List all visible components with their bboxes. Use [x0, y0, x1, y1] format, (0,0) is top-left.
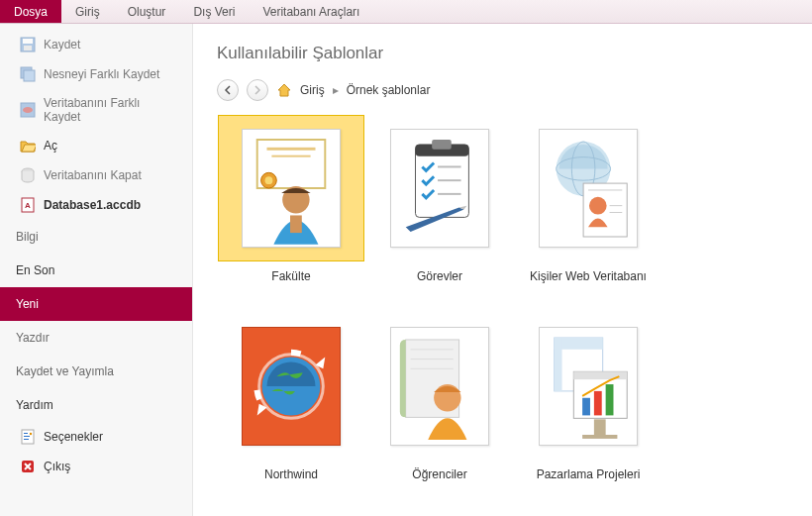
template-label: Northwind: [264, 467, 318, 481]
faculty-icon: [243, 129, 340, 248]
save-db-icon: [20, 102, 36, 118]
svg-rect-50: [594, 391, 602, 416]
breadcrumb-home[interactable]: Giriş: [300, 83, 325, 97]
accdb-icon: A: [20, 197, 36, 213]
save-icon: [20, 37, 36, 52]
students-icon: [391, 327, 488, 446]
sidebar-label: Veritabanını Farklı Kaydet: [44, 96, 180, 124]
svg-rect-51: [606, 384, 614, 415]
svg-rect-18: [271, 155, 310, 157]
sidebar-open[interactable]: Aç: [0, 131, 192, 160]
template-grid: Fakülte: [217, 115, 788, 516]
page-title: Kullanılabilir Şablonlar: [217, 44, 788, 63]
arrow-left-icon: [223, 85, 233, 95]
sidebar-section-bilgi[interactable]: Bilgi: [0, 220, 192, 254]
template-label: Fakülte: [271, 269, 310, 283]
template-label: Kişiler Web Veritabanı: [530, 269, 647, 283]
svg-rect-4: [24, 70, 35, 81]
close-db-icon: [20, 167, 36, 183]
template-satis-kanali[interactable]: Satış Kanalı: [365, 511, 514, 516]
tab-dis-veri[interactable]: Dış Veri: [179, 0, 249, 23]
open-icon: [20, 138, 36, 154]
sidebar-close-db[interactable]: Veritabanını Kapat: [0, 160, 192, 190]
sidebar-section-yazdir[interactable]: Yazdır: [0, 321, 192, 355]
svg-rect-53: [582, 435, 617, 439]
svg-rect-11: [24, 433, 28, 434]
sidebar-label: Seçenekler: [44, 430, 103, 444]
exit-icon: [20, 459, 36, 474]
tab-giris[interactable]: Giriş: [61, 0, 114, 23]
svg-rect-1: [23, 39, 33, 44]
template-gorevler[interactable]: Görevler: [365, 115, 514, 313]
template-fakulte[interactable]: Fakülte: [217, 115, 365, 313]
ribbon: Dosya Giriş Oluştur Dış Veri Veritabanı …: [0, 0, 812, 24]
svg-point-33: [589, 197, 607, 215]
svg-point-14: [30, 433, 32, 435]
sidebar-options[interactable]: Seçenekler: [0, 422, 192, 452]
template-kisiler-web[interactable]: Kişiler Web Veritabanı: [514, 115, 662, 313]
sidebar-recent-file[interactable]: A Database1.accdb: [0, 190, 192, 220]
svg-rect-49: [582, 398, 590, 416]
svg-rect-48: [573, 371, 627, 379]
home-icon[interactable]: [276, 82, 292, 98]
sidebar-save[interactable]: Kaydet: [0, 30, 192, 59]
tab-olustur[interactable]: Oluştur: [114, 0, 180, 23]
nav-back-button[interactable]: [217, 79, 239, 101]
sidebar-label: Kaydet: [44, 38, 80, 52]
svg-text:A: A: [25, 201, 31, 210]
sidebar-label: Aç: [44, 139, 57, 153]
content-pane: Kullanılabilir Şablonlar Giriş ▸ Örnek ş…: [193, 24, 812, 516]
template-label: Görevler: [417, 269, 462, 283]
sidebar-label: Çıkış: [44, 460, 70, 473]
template-label: Öğrenciler: [412, 467, 466, 481]
tab-dosya[interactable]: Dosya: [0, 0, 61, 23]
template-ogrenciler[interactable]: Öğrenciler: [365, 313, 514, 511]
template-label: Pazarlama Projeleri: [537, 467, 641, 481]
svg-rect-2: [24, 46, 32, 51]
svg-point-20: [265, 176, 273, 184]
nav-forward-button[interactable]: [247, 79, 268, 101]
sidebar-section-kaydet-yayimla[interactable]: Kaydet ve Yayımla: [0, 355, 192, 388]
svg-rect-25: [432, 140, 452, 150]
marketing-icon: [540, 327, 637, 446]
sidebar-save-object[interactable]: Nesneyi Farklı Kaydet: [0, 59, 192, 89]
breadcrumb-current: Örnek şablonlar: [347, 83, 431, 97]
backstage-sidebar: Kaydet Nesneyi Farklı Kaydet Veritabanın…: [0, 24, 193, 516]
save-object-icon: [20, 66, 36, 82]
breadcrumb: Giriş ▸ Örnek şablonlar: [217, 79, 788, 101]
tasks-icon: [391, 129, 488, 248]
breadcrumb-separator: ▸: [333, 83, 339, 97]
arrow-right-icon: [253, 85, 262, 95]
svg-rect-12: [24, 436, 30, 437]
template-northwind[interactable]: Northwind: [217, 313, 365, 511]
sidebar-section-enson[interactable]: En Son: [0, 254, 192, 287]
sidebar-label: Database1.accdb: [44, 198, 141, 212]
template-projeler-web[interactable]: Projeler Web Veritabanı: [217, 511, 365, 516]
svg-rect-46: [555, 338, 562, 391]
sidebar-exit[interactable]: Çıkış: [0, 452, 192, 481]
sidebar-label: Veritabanını Kapat: [44, 168, 142, 182]
sidebar-save-db[interactable]: Veritabanını Farklı Kaydet: [0, 89, 192, 131]
svg-rect-17: [267, 148, 316, 151]
northwind-icon: [243, 327, 340, 446]
sidebar-section-yeni[interactable]: Yeni: [0, 287, 192, 321]
template-pazarlama[interactable]: Pazarlama Projeleri: [514, 313, 662, 511]
svg-rect-22: [290, 215, 302, 233]
options-icon: [20, 429, 36, 445]
svg-rect-52: [594, 419, 606, 437]
contacts-web-icon: [540, 129, 637, 248]
svg-point-6: [23, 107, 33, 113]
sidebar-label: Nesneyi Farklı Kaydet: [44, 67, 159, 81]
svg-rect-13: [24, 439, 29, 440]
sidebar-section-yardim[interactable]: Yardım: [0, 388, 192, 422]
tab-veritabani-araclari[interactable]: Veritabanı Araçları: [249, 0, 373, 23]
